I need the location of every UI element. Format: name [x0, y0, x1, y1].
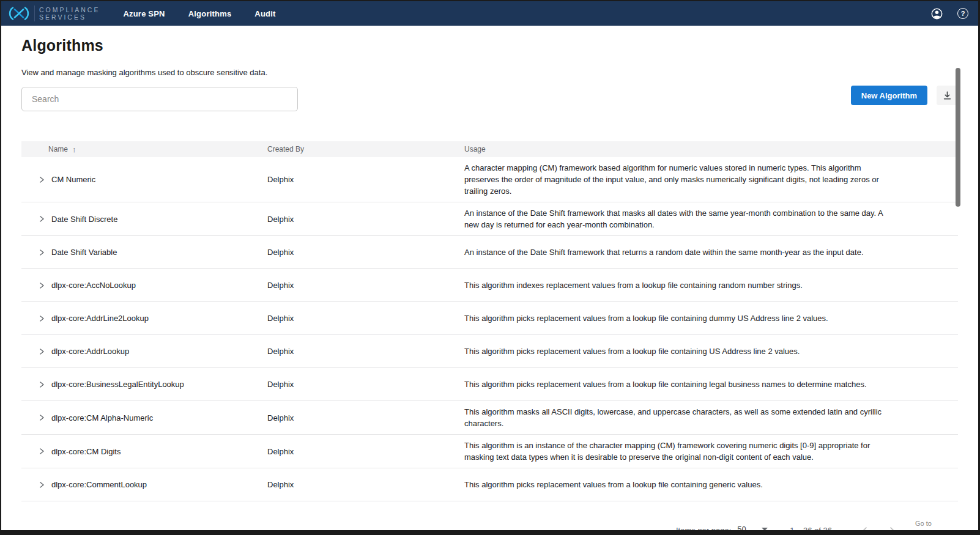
name-cell: dlpx-core:AddrLookup	[21, 347, 267, 356]
name-cell: dlpx-core:AddrLine2Lookup	[21, 314, 267, 323]
caret-down-icon	[762, 528, 768, 531]
created-by: Delphix	[267, 447, 464, 456]
toolbar-actions: New Algorithm	[851, 86, 958, 105]
created-by: Delphix	[267, 413, 464, 422]
algorithm-name: dlpx-core:CM Digits	[51, 447, 121, 456]
usage-cell: This algorithm masks all ASCII digits, l…	[464, 401, 958, 434]
chevron-left-icon	[859, 525, 870, 535]
vertical-scrollbar-thumb[interactable]	[956, 68, 960, 207]
delphix-logo	[6, 6, 32, 21]
table-row[interactable]: dlpx-core:CM Alpha-Numeric Delphix This …	[21, 401, 958, 435]
column-header-usage: Usage	[464, 145, 958, 153]
goto-page-select[interactable]: 1	[915, 529, 958, 535]
usage-cell: This algorithm indexes replacement value…	[464, 275, 958, 296]
goto-label: Go to	[915, 520, 958, 527]
table-header: Name ↑ Created By Usage	[21, 141, 958, 157]
page-description: View and manage masking algorithms used …	[21, 68, 958, 77]
nav-item-audit[interactable]: Audit	[254, 9, 275, 18]
algorithm-name: dlpx-core:CommentLookup	[51, 480, 147, 489]
help-button[interactable]: ?	[956, 7, 970, 20]
algorithm-name: Date Shift Discrete	[51, 215, 117, 224]
chevron-right-icon[interactable]	[37, 215, 46, 223]
sort-ascending-icon[interactable]: ↑	[72, 145, 76, 154]
chevron-right-icon[interactable]	[37, 248, 46, 257]
items-per-page-value: 50	[737, 525, 746, 534]
page-range-label: 1 – 36 of 36	[790, 526, 832, 535]
chevron-right-icon[interactable]	[37, 481, 46, 489]
items-per-page-select[interactable]: 50	[737, 525, 768, 535]
table-row[interactable]: dlpx-core:CommentLookup Delphix This alg…	[21, 468, 958, 501]
created-by: Delphix	[267, 248, 464, 257]
caret-down-icon	[952, 530, 958, 533]
name-cell: dlpx-core:CM Digits	[21, 447, 267, 456]
usage-cell: This algorithm picks replacement values …	[464, 308, 958, 329]
usage-cell: This algorithm picks replacement values …	[464, 474, 958, 495]
table-row[interactable]: dlpx-core:AccNoLookup Delphix This algor…	[21, 269, 958, 302]
previous-page-button[interactable]	[858, 523, 872, 535]
search-input[interactable]	[21, 87, 298, 111]
chevron-right-icon[interactable]	[37, 447, 46, 456]
nav-item-algorithms[interactable]: Algorithms	[188, 9, 232, 18]
brand-line1: COMPLIANCE	[39, 6, 100, 13]
usage-cell: This algorithm picks replacement values …	[464, 341, 958, 362]
column-header-name-wrap: Name ↑	[21, 145, 267, 154]
table-row[interactable]: CM Numeric Delphix A character mapping (…	[21, 157, 958, 202]
table-row[interactable]: Date Shift Discrete Delphix An instance …	[21, 202, 958, 236]
name-cell: dlpx-core:CM Alpha-Numeric	[21, 413, 267, 422]
download-icon	[942, 90, 952, 101]
algorithm-name: dlpx-core:BusinessLegalEntityLookup	[51, 380, 184, 389]
toolbar: New Algorithm	[21, 87, 958, 111]
table-row[interactable]: dlpx-core:CM Digits Delphix This algorit…	[21, 435, 958, 468]
usage-cell: An instance of the Date Shift framework …	[464, 242, 958, 263]
chevron-right-icon[interactable]	[37, 380, 46, 389]
algorithm-name: Date Shift Variable	[51, 248, 117, 257]
algorithms-table: Name ↑ Created By Usage CM Numeric Delph…	[21, 141, 958, 501]
chevron-right-icon[interactable]	[37, 175, 46, 184]
created-by: Delphix	[267, 380, 464, 389]
table-row[interactable]: Date Shift Variable Delphix An instance …	[21, 236, 958, 269]
brand-line2: SERVICES	[39, 13, 100, 21]
usage-cell: This algorithm is an instance of the cha…	[464, 435, 958, 468]
table-row[interactable]: dlpx-core:AddrLine2Lookup Delphix This a…	[21, 302, 958, 335]
algorithm-name: dlpx-core:AddrLine2Lookup	[51, 314, 149, 323]
app-window: COMPLIANCE SERVICES Azure SPN Algorithms…	[0, 0, 980, 535]
brand-text: COMPLIANCE SERVICES	[39, 6, 100, 21]
column-header-name[interactable]: Name	[48, 145, 68, 153]
table-row[interactable]: dlpx-core:BusinessLegalEntityLookup Delp…	[21, 368, 958, 401]
goto-page: Go to 1	[915, 520, 958, 535]
usage-description: An instance of the Date Shift framework …	[464, 242, 891, 263]
topnav-actions: ?	[930, 7, 970, 20]
pagination: Items per page: 50 1 – 36 of 36	[21, 520, 958, 535]
chevron-right-icon[interactable]	[37, 314, 46, 323]
created-by: Delphix	[267, 215, 464, 224]
brand[interactable]: COMPLIANCE SERVICES	[6, 6, 100, 21]
created-by: Delphix	[267, 480, 464, 489]
chevron-right-icon[interactable]	[37, 281, 46, 290]
name-cell: Date Shift Discrete	[21, 215, 267, 224]
created-by: Delphix	[267, 281, 464, 290]
algorithm-name: dlpx-core:AccNoLookup	[51, 281, 136, 290]
column-header-created-by: Created By	[267, 145, 464, 153]
account-button[interactable]	[930, 7, 943, 20]
chevron-right-icon[interactable]	[37, 347, 46, 356]
goto-page-value: 1	[915, 529, 919, 535]
usage-description: This algorithm picks replacement values …	[464, 474, 891, 495]
chevron-right-icon	[886, 525, 897, 535]
name-cell: dlpx-core:CommentLookup	[21, 480, 267, 489]
name-cell: dlpx-core:AccNoLookup	[21, 281, 267, 290]
name-cell: dlpx-core:BusinessLegalEntityLookup	[21, 380, 267, 389]
export-button[interactable]	[937, 86, 958, 105]
table-body: CM Numeric Delphix A character mapping (…	[21, 157, 958, 501]
usage-description: This algorithm masks all ASCII digits, l…	[464, 401, 891, 434]
new-algorithm-button[interactable]: New Algorithm	[851, 86, 927, 105]
page-title: Algorithms	[21, 37, 958, 54]
chevron-right-icon[interactable]	[37, 413, 46, 422]
nav-item-azure-spn[interactable]: Azure SPN	[123, 9, 165, 18]
main-content: Algorithms View and manage masking algor…	[1, 37, 978, 535]
name-cell: CM Numeric	[21, 175, 267, 184]
usage-description: A character mapping (CM) framework based…	[464, 157, 891, 202]
next-page-button[interactable]	[885, 523, 899, 535]
usage-description: This algorithm indexes replacement value…	[464, 275, 891, 296]
usage-description: This algorithm picks replacement values …	[464, 374, 891, 395]
table-row[interactable]: dlpx-core:AddrLookup Delphix This algori…	[21, 335, 958, 368]
